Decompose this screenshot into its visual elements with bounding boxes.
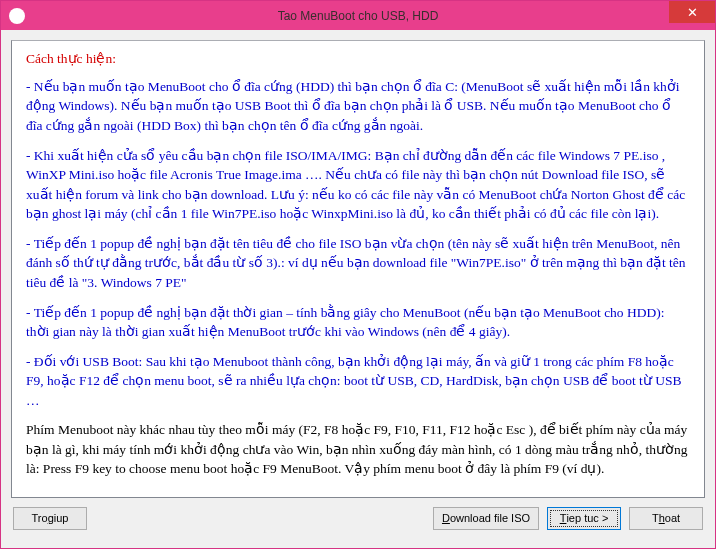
instructions-heading: Cách thực hiện: [26, 49, 690, 69]
next-button[interactable]: Tiep tuc > [547, 507, 621, 530]
titlebar[interactable]: Tao MenuBoot cho USB, HDD ✕ [1, 1, 715, 30]
window-title: Tao MenuBoot cho USB, HDD [1, 9, 715, 23]
exit-button[interactable]: Thoat [629, 507, 703, 530]
button-bar: Tro giup Download file ISO Tiep tuc > Th… [11, 498, 705, 538]
instruction-paragraph: - Khi xuất hiện cửa sổ yêu cầu bạn chọn … [26, 146, 690, 224]
instruction-paragraph: - Tiếp đến 1 popup đề nghị bạn đặt thời … [26, 303, 690, 342]
instruction-paragraph: - Tiếp đến 1 popup đề nghị bạn đặt tên t… [26, 234, 690, 293]
instruction-paragraph: - Nếu bạn muốn tạo MenuBoot cho ổ đĩa cứ… [26, 77, 690, 136]
instruction-paragraph: Phím Menuboot này khác nhau tùy theo mỗi… [26, 420, 690, 479]
dialog-window: Tao MenuBoot cho USB, HDD ✕ Cách thực hi… [0, 0, 716, 549]
help-button[interactable]: Tro giup [13, 507, 87, 530]
instructions-panel[interactable]: Cách thực hiện: - Nếu bạn muốn tạo MenuB… [11, 40, 705, 498]
app-icon [9, 8, 25, 24]
download-iso-button[interactable]: Download file ISO [433, 507, 539, 530]
close-icon: ✕ [687, 5, 698, 20]
instruction-paragraph: - Đối với USB Boot: Sau khi tạo Menuboot… [26, 352, 690, 411]
dialog-body: Cách thực hiện: - Nếu bạn muốn tạo MenuB… [1, 30, 715, 548]
close-button[interactable]: ✕ [669, 1, 715, 23]
